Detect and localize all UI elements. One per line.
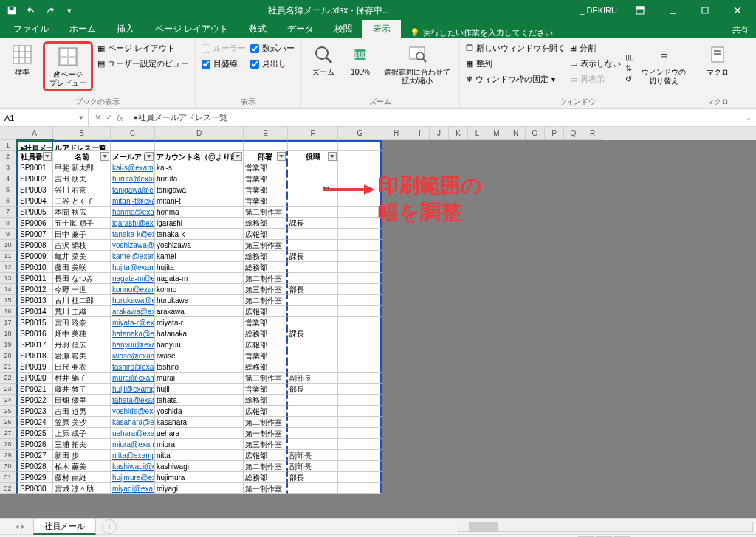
table-cell[interactable]: honma@example.jp (111, 207, 155, 218)
row-header[interactable]: 6 (0, 195, 16, 207)
table-cell[interactable]: 岩瀬 範美 (53, 350, 111, 361)
table-cell[interactable]: SP0013 (16, 295, 53, 306)
table-cell[interactable]: 広報部 (244, 450, 288, 461)
tab-page-layout[interactable]: ページ レイアウト (145, 20, 238, 38)
table-cell[interactable]: honma (155, 207, 244, 218)
row-header[interactable]: 1 (0, 140, 16, 151)
row-header[interactable]: 29 (0, 450, 16, 461)
table-cell[interactable]: SP0019 (16, 361, 53, 373)
table-cell[interactable]: kashiwagi@example.jp (111, 461, 155, 472)
normal-view-button[interactable]: 標準 (6, 41, 38, 78)
name-box[interactable]: A1▾ (0, 109, 89, 126)
table-cell[interactable]: 副部長 (288, 461, 338, 472)
table-cell[interactable]: 総務部 (244, 251, 288, 262)
filter-button[interactable] (328, 152, 337, 161)
formula-bar-checkbox[interactable]: 数式バー (250, 41, 295, 55)
switch-windows-button[interactable]: ▭ウィンドウの 切り替え (639, 41, 689, 87)
column-header[interactable]: C (111, 127, 155, 140)
table-cell[interactable]: SP0016 (16, 328, 53, 339)
table-cell[interactable] (288, 273, 338, 284)
row-header[interactable]: 22 (0, 373, 16, 384)
table-cell[interactable]: SP0028 (16, 461, 53, 472)
table-cell[interactable]: kamei@example.jp (111, 251, 155, 262)
formula-input[interactable]: ●社員メールアドレス一覧 (129, 112, 740, 123)
page-break-preview-button[interactable]: 改ページ プレビュー (47, 44, 89, 89)
table-cell[interactable]: huruta (155, 173, 244, 184)
table-cell[interactable] (288, 306, 338, 317)
table-cell[interactable]: 課長 (288, 218, 338, 229)
table-cell[interactable]: hurukawa@example.jp (111, 295, 155, 306)
table-cell[interactable]: tashiro (155, 361, 244, 373)
table-cell[interactable]: 今野 一世 (53, 284, 111, 295)
row-header[interactable]: 31 (0, 472, 16, 483)
column-header[interactable]: O (526, 127, 545, 140)
table-cell[interactable]: 広報部 (244, 406, 288, 417)
table-cell[interactable] (288, 207, 338, 218)
table-cell[interactable]: kai-s@example.jp (111, 162, 155, 173)
table-cell[interactable]: kamei (155, 251, 244, 262)
table-cell[interactable]: 藤田 美咲 (53, 262, 111, 273)
table-cell[interactable]: 亀井 菜美 (53, 251, 111, 262)
table-cell[interactable]: huruta@example.jp (111, 173, 155, 184)
column-header[interactable]: K (449, 127, 468, 140)
table-cell[interactable]: 田中 兼子 (53, 229, 111, 240)
table-cell[interactable]: hanyuu@example.jp (111, 339, 155, 350)
table-cell[interactable]: nagata-m (155, 273, 244, 284)
table-cell[interactable]: 第一制作室 (244, 428, 288, 439)
row-header[interactable]: 11 (0, 251, 16, 262)
table-cell[interactable]: 三谷 とく子 (53, 195, 111, 207)
tab-file[interactable]: ファイル (3, 20, 59, 38)
table-cell[interactable]: 第一制作室 (244, 483, 288, 494)
minimize-button[interactable] (657, 0, 688, 21)
table-cell[interactable]: igarashi (155, 218, 244, 229)
row-header[interactable]: 10 (0, 240, 16, 251)
column-header[interactable]: G (338, 127, 382, 140)
table-cell[interactable]: hujita@example.jp (111, 262, 155, 273)
table-cell[interactable]: 広報部 (244, 339, 288, 350)
table-cell[interactable]: nitta (155, 450, 244, 461)
table-cell[interactable]: 村井 絹子 (53, 373, 111, 384)
table-cell[interactable]: tahata@example.jp (111, 395, 155, 406)
table-cell[interactable]: 総務部 (244, 262, 288, 273)
table-cell[interactable]: 第三制作室 (244, 284, 288, 295)
table-cell[interactable]: 荒川 圭織 (53, 306, 111, 317)
row-header[interactable]: 18 (0, 328, 16, 339)
tab-insert[interactable]: 挿入 (106, 20, 145, 38)
column-header[interactable]: D (155, 127, 244, 140)
table-cell[interactable]: hatanaka (155, 328, 244, 339)
filter-button[interactable] (277, 152, 286, 161)
table-cell[interactable]: 五十嵐 順子 (53, 218, 111, 229)
save-button[interactable] (3, 2, 21, 18)
cancel-icon[interactable]: ✕ (94, 113, 101, 122)
row-header[interactable]: 7 (0, 207, 16, 218)
row-header[interactable]: 8 (0, 218, 16, 229)
table-header[interactable]: 部署 (244, 151, 288, 162)
table-cell[interactable]: SP0012 (16, 284, 53, 295)
row-header[interactable]: 19 (0, 339, 16, 350)
table-cell[interactable]: 甲斐 新太郎 (53, 162, 111, 173)
table-cell[interactable]: 第二制作室 (244, 417, 288, 428)
row-header[interactable]: 2 (0, 151, 16, 162)
add-sheet-button[interactable]: + (102, 519, 117, 534)
row-header[interactable]: 26 (0, 417, 16, 428)
table-cell[interactable]: 宮田 玲奈 (53, 317, 111, 328)
column-header[interactable]: F (288, 127, 338, 140)
row-header[interactable]: 20 (0, 350, 16, 361)
table-cell[interactable]: 部長 (288, 384, 338, 395)
column-header[interactable]: E (244, 127, 288, 140)
table-cell[interactable]: igarashi@example.jp (111, 218, 155, 229)
column-header[interactable]: H (382, 127, 410, 140)
table-cell[interactable]: SP0023 (16, 406, 53, 417)
row-header[interactable]: 24 (0, 395, 16, 406)
table-cell[interactable]: yoshida (155, 406, 244, 417)
table-cell[interactable] (288, 339, 338, 350)
table-header[interactable]: 名前 (53, 151, 111, 162)
table-cell[interactable]: 営業部 (244, 317, 288, 328)
table-header[interactable]: 社員番号 (16, 151, 53, 162)
table-cell[interactable]: 古川 征二郎 (53, 295, 111, 306)
table-cell[interactable]: 第三制作室 (244, 439, 288, 450)
table-cell[interactable]: 吉田 朋夫 (53, 173, 111, 184)
table-cell[interactable]: tashiro@example.jp (111, 361, 155, 373)
table-cell[interactable]: SP0011 (16, 273, 53, 284)
table-cell[interactable]: kai-s (155, 162, 244, 173)
